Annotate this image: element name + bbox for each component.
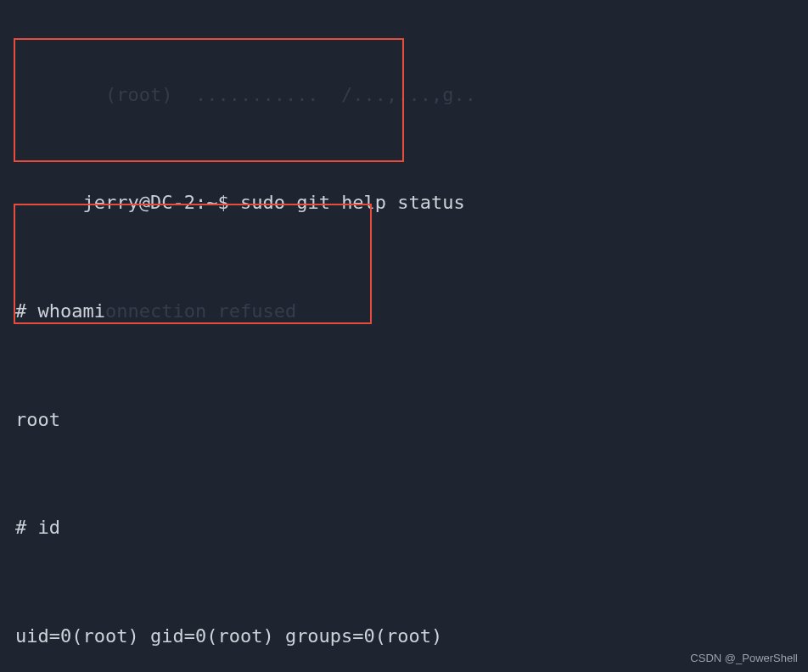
shell-prompt: jerry@DC-2:~$ bbox=[82, 192, 228, 213]
watermark-text: CSDN @_PowerShell bbox=[690, 651, 798, 667]
cmd-whoami: # whoami bbox=[15, 298, 105, 325]
out-whoami: root bbox=[15, 406, 60, 434]
command-line[interactable]: jerry@DC-2:~$ sudo git help status bbox=[15, 189, 793, 216]
cmd-id: # id bbox=[15, 514, 60, 541]
line-id-cmd: # id bbox=[15, 514, 793, 541]
prior-line: (root) ........... /...,...,g.. bbox=[15, 81, 793, 109]
prior-ghost: (root) ........... /...,...,g.. bbox=[15, 81, 476, 109]
shell-command: sudo git help status bbox=[240, 192, 465, 213]
line-whoami-cmd: ...onnection refused # whoami bbox=[15, 298, 793, 325]
line-id-out: uid=0(root) gid=0(root) groups=0(root) bbox=[15, 623, 793, 650]
line-whoami-out: root bbox=[15, 406, 793, 434]
terminal-output: (root) ........... /...,...,g.. jerry@DC… bbox=[0, 0, 808, 672]
out-id: uid=0(root) gid=0(root) groups=0(root) bbox=[15, 623, 442, 650]
